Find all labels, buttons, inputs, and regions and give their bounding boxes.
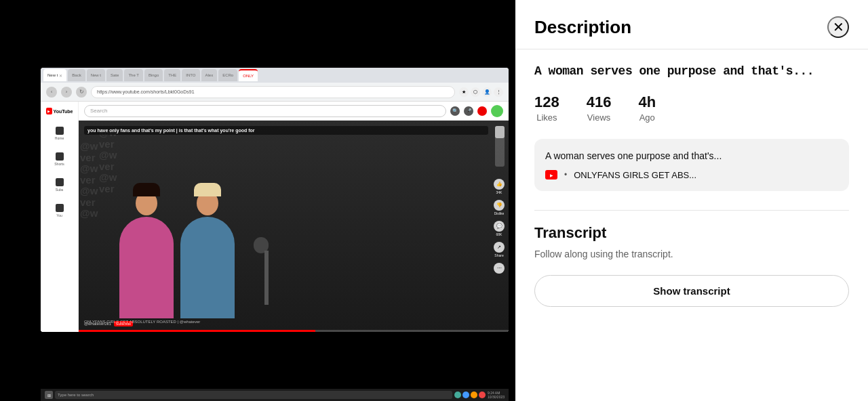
mic-search-icon[interactable]: 🎤 <box>464 106 473 116</box>
video-text-overlay: you have only fans and that's my point |… <box>84 126 488 135</box>
bullet: • <box>564 170 567 180</box>
black-top <box>0 0 515 68</box>
toolbar-icons: ★ ⬡ 👤 ⋮ <box>459 87 503 97</box>
close-icon: ✕ <box>833 19 844 35</box>
right-panel: Description ✕ A woman serves one purpose… <box>515 0 868 401</box>
views-label: Views <box>587 112 610 123</box>
dislike-label: Dislike <box>494 211 505 215</box>
you-label: You <box>56 213 62 217</box>
tab-4[interactable]: Sate <box>106 69 123 81</box>
yt-nav-shorts[interactable]: Shorts <box>46 149 73 169</box>
url-text: https://www.youtube.com/shorts/Lbkt0GoDs… <box>97 89 195 94</box>
shorts-label: Shorts <box>54 162 64 166</box>
tab-9[interactable]: Alex <box>201 69 218 81</box>
search-icon[interactable]: 🔍 <box>450 106 460 116</box>
you-icon <box>56 204 64 212</box>
extensions-icon[interactable]: ⬡ <box>471 87 480 97</box>
info-card-title: A woman serves one purpose and that's... <box>545 150 838 163</box>
home-label: Home <box>55 136 64 140</box>
person-2 <box>180 217 235 318</box>
tab-6[interactable]: Bingo <box>144 69 163 81</box>
taskbar-icon-2 <box>462 392 469 398</box>
menu-icon[interactable]: ⋮ <box>494 87 503 97</box>
browser-toolbar: ‹ › ↻ https://www.youtube.com/shorts/Lbk… <box>41 83 509 102</box>
yt-search-bar[interactable]: Search <box>84 105 446 117</box>
black-right <box>509 68 515 332</box>
tab-8[interactable]: INTO <box>182 69 199 81</box>
comment-button[interactable]: 💬 68K <box>494 221 505 236</box>
ago-label: Ago <box>639 112 655 123</box>
yt-logo-icon <box>46 108 52 114</box>
taskbar: ⊞ Type here to search 9:24 AM10/30/2023 <box>41 389 509 401</box>
comment-icon: 💬 <box>494 221 505 232</box>
likes-label: Likes <box>536 112 557 123</box>
yt-logo-text: YouTube <box>54 109 73 114</box>
search-taskbar[interactable]: Type here to search <box>55 391 452 399</box>
yt-video-container: @wver@wver@wver@w @wver@wver@wver <box>79 121 509 332</box>
p1-head <box>136 191 157 215</box>
mic-stand <box>264 251 269 305</box>
yt-nav-you[interactable]: You <box>46 200 73 221</box>
yt-nav-subs[interactable]: Subs <box>46 175 73 195</box>
more-button[interactable]: ⋯ <box>494 263 505 274</box>
browser-window: New t ✕ Back New t Sate The T Bingo THE … <box>41 68 509 332</box>
channel-name-text: ONLYFANS GIRLS GET ABS... <box>574 170 696 180</box>
yt-logo: YouTube <box>46 107 73 115</box>
tab-3[interactable]: New t <box>87 69 105 81</box>
taskbar-icon-1 <box>454 392 461 398</box>
address-bar[interactable]: https://www.youtube.com/shorts/Lbkt0GoDs… <box>91 86 455 98</box>
video-progress-bar[interactable] <box>79 330 509 332</box>
browser-tabs: New t ✕ Back New t Sate The T Bingo THE … <box>41 68 509 83</box>
yt-nav-home[interactable]: Home <box>46 123 73 144</box>
share-button[interactable]: ↗ Share <box>494 242 505 257</box>
channel-info: • ONLYFANS GIRLS GET ABS... <box>545 170 838 180</box>
taskbar-icon-4 <box>479 392 486 398</box>
tab-7[interactable]: THE <box>164 69 180 81</box>
home-icon <box>56 127 64 135</box>
transcript-section: Transcript Follow along using the transc… <box>534 210 849 307</box>
tab-1[interactable]: New t ✕ <box>43 69 66 81</box>
tab-5[interactable]: The T <box>124 69 143 81</box>
dislike-button[interactable]: 👎 Dislike <box>494 200 505 215</box>
like-button[interactable]: 👍 34K <box>494 179 505 194</box>
likes-value: 128 <box>534 93 559 111</box>
notification-icon[interactable] <box>477 106 487 116</box>
subs-icon <box>56 178 64 186</box>
transcript-subtitle: Follow along using the transcript. <box>534 247 849 261</box>
stat-ago: 4h Ago <box>638 93 656 123</box>
tab-2[interactable]: Back <box>68 69 85 81</box>
tab-10[interactable]: ECRo <box>218 69 237 81</box>
show-transcript-button[interactable]: Show transcript <box>534 275 849 307</box>
like-count: 34K <box>496 190 502 194</box>
p2-body <box>180 217 235 318</box>
video-progress-fill <box>79 330 315 332</box>
forward-button[interactable]: › <box>61 87 72 98</box>
description-title: Description <box>534 17 631 38</box>
browser-content: YouTube Home Shorts Subs You <box>41 102 509 332</box>
subs-label: Subs <box>56 188 63 192</box>
stat-views: 416 Views <box>587 93 612 123</box>
avatar-icon[interactable] <box>491 105 503 117</box>
more-icon: ⋯ <box>494 263 505 274</box>
microphone <box>259 251 263 305</box>
bookmark-icon[interactable]: ★ <box>459 87 469 97</box>
tab-active[interactable]: ONLY <box>239 69 258 81</box>
scroll-thumb <box>495 126 505 138</box>
like-icon: 👍 <box>494 179 505 190</box>
close-button[interactable]: ✕ <box>827 16 849 38</box>
shorts-icon <box>56 152 64 161</box>
views-value: 416 <box>587 93 612 111</box>
description-header: Description ✕ <box>515 0 868 49</box>
refresh-button[interactable]: ↻ <box>76 87 87 98</box>
stats-row: 128 Likes 416 Views 4h Ago <box>534 93 849 123</box>
start-icon[interactable]: ⊞ <box>45 391 53 399</box>
watermark-col-2: @wver@wver@wver <box>99 127 117 194</box>
stat-likes: 128 Likes <box>534 93 559 123</box>
side-actions: 👍 34K 👎 Dislike 💬 68K ↗ <box>494 179 505 274</box>
video-bottom-title: ONLYFANS GIRLS GET ABSOLUTELY ROASTED | … <box>84 320 200 324</box>
yt-sidebar: YouTube Home Shorts Subs You <box>41 102 79 332</box>
share-icon: ↗ <box>494 242 505 253</box>
account-icon[interactable]: 👤 <box>482 87 492 97</box>
back-button[interactable]: ‹ <box>46 87 57 98</box>
yt-badge-icon <box>545 170 557 180</box>
